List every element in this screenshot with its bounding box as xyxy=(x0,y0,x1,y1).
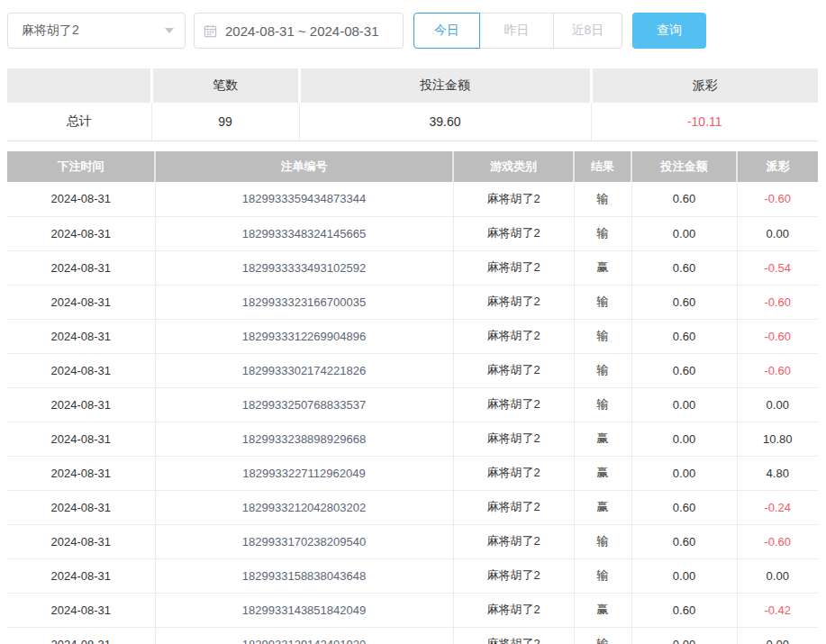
bet-amount-cell: 0.00 xyxy=(631,558,737,593)
header-bet-id: 注单编号 xyxy=(155,151,453,182)
date-range-input[interactable]: 2024-08-31 ~ 2024-08-31 xyxy=(194,13,404,49)
game-type-cell: 麻将胡了2 xyxy=(453,422,574,456)
bet-amount-cell: 0.60 xyxy=(631,182,737,216)
calendar-icon xyxy=(204,24,217,38)
bet-id-cell: 1829933312269904896 xyxy=(155,319,453,353)
payout-cell: 4.80 xyxy=(737,456,818,490)
game-select[interactable]: 麻将胡了2 xyxy=(7,13,186,49)
payout-cell: -0.42 xyxy=(737,593,818,627)
bet-time-cell: 2024-08-31 xyxy=(7,456,155,490)
bet-time-cell: 2024-08-31 xyxy=(7,285,155,319)
payout-cell: 0.00 xyxy=(737,216,818,250)
bet-amount-cell: 0.00 xyxy=(631,216,737,250)
bet-time-cell: 2024-08-31 xyxy=(7,593,155,627)
query-button[interactable]: 查询 xyxy=(632,13,706,49)
table-row: 2024-08-311829933312269904896麻将胡了2输0.60-… xyxy=(7,319,818,353)
table-row: 2024-08-311829933212042803202麻将胡了2赢0.60-… xyxy=(7,490,818,524)
header-bet-amount: 投注金额 xyxy=(631,151,737,182)
payout-cell: -0.60 xyxy=(737,182,818,216)
game-type-cell: 麻将胡了2 xyxy=(453,524,574,558)
result-cell: 输 xyxy=(574,319,631,353)
records-header-row: 下注时间 注单编号 游戏类别 结果 投注金额 派彩 xyxy=(7,151,818,182)
bet-time-cell: 2024-08-31 xyxy=(7,353,155,387)
date-range-value: 2024-08-31 ~ 2024-08-31 xyxy=(225,23,379,39)
bet-time-cell: 2024-08-31 xyxy=(7,524,155,558)
summary-header-count: 笔数 xyxy=(151,68,299,103)
summary-header-row: 笔数 投注金额 派彩 xyxy=(7,68,818,103)
bet-amount-cell: 0.00 xyxy=(631,387,737,422)
result-cell: 输 xyxy=(574,285,631,319)
bet-time-cell: 2024-08-31 xyxy=(7,558,155,593)
result-cell: 赢 xyxy=(574,593,631,627)
game-type-cell: 麻将胡了2 xyxy=(453,353,574,387)
bet-amount-cell: 0.00 xyxy=(631,456,737,490)
bet-time-cell: 2024-08-31 xyxy=(7,490,155,524)
header-game-type: 游戏类别 xyxy=(453,151,574,182)
bet-id-cell: 1829933302174221826 xyxy=(155,353,453,387)
summary-header-blank xyxy=(7,68,151,103)
result-cell: 输 xyxy=(574,627,631,644)
payout-cell: -0.60 xyxy=(737,524,818,558)
game-type-cell: 麻将胡了2 xyxy=(453,216,574,250)
bet-amount-cell: 0.60 xyxy=(631,593,737,627)
today-button[interactable]: 今日 xyxy=(413,13,480,49)
summary-total-count: 99 xyxy=(151,103,299,141)
quick-range-group: 今日 昨日 近8日 xyxy=(413,13,622,49)
table-row: 2024-08-311829933250768833537麻将胡了2输0.000… xyxy=(7,387,818,422)
chevron-down-icon xyxy=(165,28,174,33)
table-row: 2024-08-311829933323166700035麻将胡了2输0.60-… xyxy=(7,285,818,319)
payout-cell: -0.54 xyxy=(737,250,818,285)
bet-time-cell: 2024-08-31 xyxy=(7,319,155,353)
bet-id-cell: 1829933348324145665 xyxy=(155,216,453,250)
bet-amount-cell: 0.60 xyxy=(631,524,737,558)
table-row: 2024-08-311829933158838043648麻将胡了2输0.000… xyxy=(7,558,818,593)
records-tbody: 2024-08-311829933359434873344麻将胡了2输0.60-… xyxy=(7,182,818,644)
bet-amount-cell: 0.60 xyxy=(631,250,737,285)
bet-id-cell: 1829933170238209540 xyxy=(155,524,453,558)
yesterday-button[interactable]: 昨日 xyxy=(480,13,554,49)
summary-header-bet-amount: 投注金额 xyxy=(299,68,591,103)
records-table: 下注时间 注单编号 游戏类别 结果 投注金额 派彩 2024-08-311829… xyxy=(7,151,818,644)
bet-time-cell: 2024-08-31 xyxy=(7,250,155,285)
payout-cell: 0.00 xyxy=(737,627,818,644)
header-bet-time: 下注时间 xyxy=(7,151,155,182)
table-row: 2024-08-311829933302174221826麻将胡了2输0.60-… xyxy=(7,353,818,387)
game-type-cell: 麻将胡了2 xyxy=(453,285,574,319)
table-row: 2024-08-311829933333493102592麻将胡了2赢0.60-… xyxy=(7,250,818,285)
game-select-value: 麻将胡了2 xyxy=(22,23,79,39)
header-payout: 派彩 xyxy=(737,151,818,182)
game-type-cell: 麻将胡了2 xyxy=(453,627,574,644)
payout-cell: -0.60 xyxy=(737,353,818,387)
payout-cell: 0.00 xyxy=(737,558,818,593)
bet-time-cell: 2024-08-31 xyxy=(7,387,155,422)
result-cell: 输 xyxy=(574,216,631,250)
bet-id-cell: 1829933143851842049 xyxy=(155,593,453,627)
game-type-cell: 麻将胡了2 xyxy=(453,387,574,422)
table-row: 2024-08-311829933143851842049麻将胡了2赢0.60-… xyxy=(7,593,818,627)
bet-id-cell: 1829933323166700035 xyxy=(155,285,453,319)
bet-time-cell: 2024-08-31 xyxy=(7,627,155,644)
payout-cell: -0.24 xyxy=(737,490,818,524)
last-8-days-button[interactable]: 近8日 xyxy=(554,13,622,49)
bet-id-cell: 1829933250768833537 xyxy=(155,387,453,422)
table-row: 2024-08-311829933238898929668麻将胡了2赢0.001… xyxy=(7,422,818,456)
game-type-cell: 麻将胡了2 xyxy=(453,250,574,285)
result-cell: 赢 xyxy=(574,490,631,524)
bet-id-cell: 1829933129142401920 xyxy=(155,627,453,644)
game-type-cell: 麻将胡了2 xyxy=(453,558,574,593)
result-cell: 输 xyxy=(574,558,631,593)
bet-id-cell: 1829933238898929668 xyxy=(155,422,453,456)
table-row: 2024-08-311829933227112962049麻将胡了2赢0.004… xyxy=(7,456,818,490)
result-cell: 输 xyxy=(574,353,631,387)
result-cell: 输 xyxy=(574,182,631,216)
payout-cell: -0.60 xyxy=(737,319,818,353)
table-row: 2024-08-311829933129142401920麻将胡了2输0.000… xyxy=(7,627,818,644)
header-result: 结果 xyxy=(574,151,631,182)
bet-id-cell: 1829933158838043648 xyxy=(155,558,453,593)
game-type-cell: 麻将胡了2 xyxy=(453,182,574,216)
payout-cell: -0.60 xyxy=(737,285,818,319)
bet-amount-cell: 0.00 xyxy=(631,627,737,644)
result-cell: 赢 xyxy=(574,422,631,456)
result-cell: 赢 xyxy=(574,250,631,285)
summary-total-label: 总计 xyxy=(7,103,151,141)
